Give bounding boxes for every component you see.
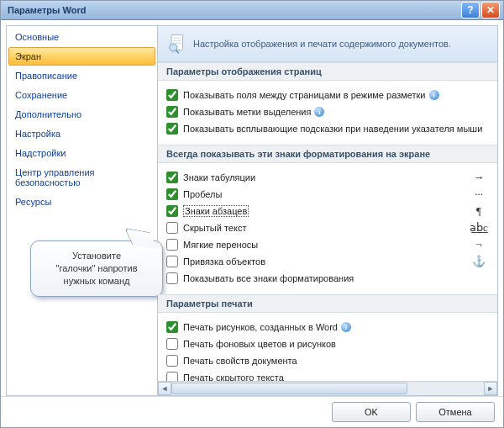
footer: OK Отмена — [1, 396, 503, 427]
scroll-thumb[interactable] — [171, 383, 407, 394]
option-row: Показывать поля между страницами в режим… — [166, 87, 489, 103]
callout-line: "галочки" напротив — [38, 262, 155, 275]
info-icon[interactable]: i — [341, 322, 351, 332]
sidebar-item-proofing[interactable]: Правописание — [8, 66, 155, 85]
ok-button[interactable]: OK — [332, 402, 411, 422]
info-icon[interactable]: i — [314, 107, 324, 117]
option-label: Скрытый текст — [183, 223, 246, 233]
section-body-formatting-marks: Знаки табуляции → Пробелы ··· Знаки абза… — [158, 163, 497, 294]
option-row: Печать скрытого текста — [166, 370, 489, 381]
sidebar-item-addins[interactable]: Надстройки — [8, 144, 155, 162]
option-row: Показывать метки выделения i — [166, 104, 489, 119]
callout-tip: Установите "галочки" напротив нужных ком… — [30, 240, 163, 297]
document-display-icon — [166, 34, 186, 54]
symbol-hyphen: ¬ — [469, 238, 489, 251]
option-row: Печать свойств документа — [166, 353, 489, 368]
section-title-formatting-marks: Всегда показывать эти знаки форматирован… — [158, 145, 497, 163]
option-label: Печать свойств документа — [183, 356, 297, 366]
option-row: Знаки абзацев ¶ — [166, 203, 489, 219]
scroll-area: Параметры отображения страниц Показывать… — [158, 62, 497, 381]
scroll-left-arrow[interactable]: ◄ — [158, 382, 171, 395]
option-row: Знаки табуляции → — [166, 170, 489, 185]
titlebar: Параметры Word ? ✕ — [1, 1, 503, 20]
dialog-word-options: Параметры Word ? ✕ Основные Экран Правоп… — [0, 0, 504, 428]
sidebar: Основные Экран Правописание Сохранение Д… — [6, 25, 158, 396]
callout-line: нужных команд — [38, 275, 155, 288]
symbol-anchor: ⚓ — [469, 255, 489, 268]
svg-line-5 — [176, 50, 179, 54]
option-label: Показывать метки выделения — [183, 107, 311, 117]
section-body-page-display: Показывать поля между страницами в режим… — [158, 81, 497, 145]
option-row: Печать рисунков, созданных в Word i — [166, 320, 489, 335]
option-label: Печать фоновых цветов и рисунков — [183, 339, 336, 349]
checkbox-show-all-marks[interactable] — [166, 272, 178, 284]
sidebar-item-advanced[interactable]: Дополнительно — [8, 105, 155, 124]
option-label: Печать рисунков, созданных в Word — [183, 322, 338, 332]
window-title: Параметры Word — [8, 5, 86, 15]
checkbox-spaces[interactable] — [166, 188, 178, 200]
scroll-right-arrow[interactable]: ► — [484, 382, 497, 395]
checkbox-object-anchors[interactable] — [166, 256, 178, 267]
content-header-text: Настройка отображения и печати содержимо… — [193, 39, 451, 49]
checkbox-show-tooltips[interactable] — [166, 123, 178, 135]
checkbox-show-space-between-pages[interactable] — [166, 89, 178, 101]
scroll-track[interactable] — [171, 382, 484, 395]
content-pane: Настройка отображения и печати содержимо… — [158, 25, 498, 396]
option-row: Мягкие переносы ¬ — [166, 237, 489, 252]
cancel-button[interactable]: Отмена — [416, 402, 495, 422]
checkbox-print-properties[interactable] — [166, 355, 178, 367]
checkbox-tabs[interactable] — [166, 172, 178, 183]
option-row: Показывать все знаки форматирования — [166, 271, 489, 286]
sidebar-item-customize[interactable]: Настройка — [8, 124, 155, 143]
section-body-printing: Печать рисунков, созданных в Word i Печа… — [158, 313, 497, 381]
option-row: Скрытый текст a͟b͟c — [166, 220, 489, 235]
option-label: Печать скрытого текста — [183, 373, 284, 381]
section-title-page-display: Параметры отображения страниц — [158, 62, 497, 81]
checkbox-print-bg[interactable] — [166, 338, 178, 350]
sidebar-item-general[interactable]: Основные — [8, 28, 155, 46]
close-button[interactable]: ✕ — [481, 2, 500, 18]
checkbox-print-hidden-text[interactable] — [166, 372, 178, 381]
symbol-hidden: a͟b͟c — [469, 221, 489, 235]
option-row: Показывать всплывающие подсказки при нав… — [166, 121, 489, 136]
option-row: Печать фоновых цветов и рисунков — [166, 336, 489, 351]
sidebar-item-display[interactable]: Экран — [8, 47, 155, 66]
option-row: Привязка объектов ⚓ — [166, 254, 489, 269]
checkbox-hidden-text[interactable] — [166, 222, 178, 234]
info-icon[interactable]: i — [429, 90, 439, 100]
help-button[interactable]: ? — [461, 2, 480, 18]
option-label: Знаки абзацев — [183, 205, 249, 217]
checkbox-show-highlighter[interactable] — [166, 106, 178, 118]
option-row: Пробелы ··· — [166, 187, 489, 202]
sidebar-item-trust-center[interactable]: Центр управления безопасностью — [8, 163, 155, 192]
callout-line: Установите — [38, 250, 155, 262]
section-title-printing: Параметры печати — [158, 294, 497, 313]
symbol-paragraph: ¶ — [469, 204, 489, 218]
checkbox-paragraph-marks[interactable] — [166, 205, 178, 217]
option-label: Привязка объектов — [183, 256, 265, 267]
content-header: Настройка отображения и печати содержимо… — [158, 26, 497, 62]
checkbox-optional-hyphens[interactable] — [166, 239, 178, 251]
option-label: Знаки табуляции — [183, 172, 255, 182]
option-label: Пробелы — [183, 189, 222, 199]
dialog-body: Основные Экран Правописание Сохранение Д… — [1, 20, 503, 396]
option-label: Показывать поля между страницами в режим… — [183, 90, 426, 100]
sidebar-item-save[interactable]: Сохранение — [8, 86, 155, 104]
option-label: Показывать все знаки форматирования — [183, 273, 354, 283]
sidebar-item-resources[interactable]: Ресурсы — [8, 193, 155, 211]
horizontal-scrollbar[interactable]: ◄ ► — [158, 381, 497, 395]
option-label: Показывать всплывающие подсказки при нав… — [183, 124, 482, 134]
symbol-tab: → — [469, 171, 489, 184]
symbol-space: ··· — [469, 188, 489, 201]
option-label: Мягкие переносы — [183, 240, 258, 250]
checkbox-print-drawings[interactable] — [166, 321, 178, 333]
